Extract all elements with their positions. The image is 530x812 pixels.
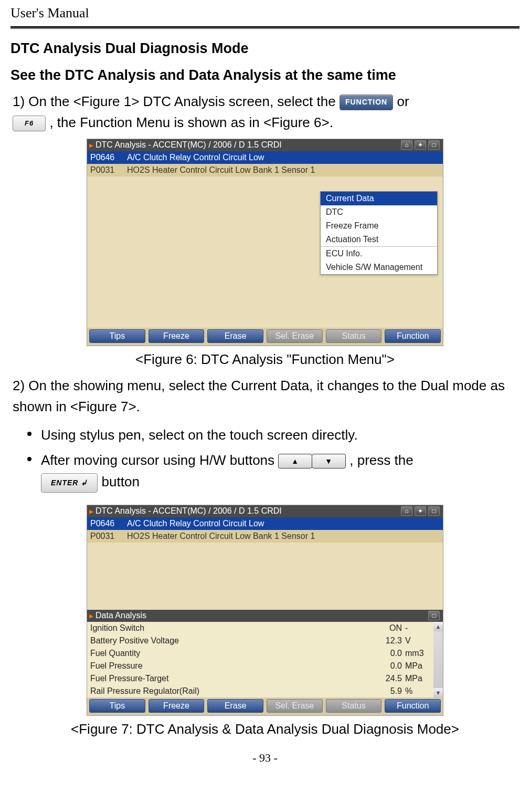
freeze-button[interactable]: Freeze xyxy=(149,329,205,343)
list-item[interactable]: Fuel Pressure-Target24.5MPa xyxy=(87,672,433,685)
panel2-body xyxy=(87,543,443,610)
function-button-bottom[interactable]: Function xyxy=(385,699,441,713)
panel1-body: Current Data DTC Freeze Frame Actuation … xyxy=(87,176,443,328)
menu-item-current-data[interactable]: Current Data xyxy=(321,192,437,205)
freeze-button[interactable]: Freeze xyxy=(149,699,205,713)
titlebar-max-icon[interactable]: □ xyxy=(428,611,440,620)
table-row[interactable]: P0646 A/C Clutch Relay Control Circuit L… xyxy=(87,517,443,530)
dtc-code: P0031 xyxy=(90,532,127,541)
step-1-tail: , the Function Menu is shown as in <Figu… xyxy=(49,114,333,130)
panel2-bottombar: Tips Freeze Erase Sel. Erase Status Func… xyxy=(87,698,443,715)
erase-button[interactable]: Erase xyxy=(207,329,263,343)
list-item[interactable]: Rail Pressure Regulator(Rail)5.9% xyxy=(87,685,433,698)
titlebar-camera-icon[interactable]: ✦ xyxy=(415,506,426,516)
list-item[interactable]: Fuel Pressure0.0MPa xyxy=(87,660,433,672)
table-row[interactable]: P0646 A/C Clutch Relay Control Circuit L… xyxy=(87,151,443,164)
titlebar-max-icon[interactable]: □ xyxy=(428,506,440,516)
step-2-text: On the showing menu, select the Current … xyxy=(13,378,505,414)
tips-button[interactable]: Tips xyxy=(89,329,145,343)
titlebar-home-icon[interactable]: ⌂ xyxy=(401,506,412,516)
step-1-pre: On the <Figure 1> DTC Analysis screen, s… xyxy=(28,93,340,109)
tips-button[interactable]: Tips xyxy=(89,699,145,713)
menu-item-dtc[interactable]: DTC xyxy=(321,205,437,219)
dtc-code: P0646 xyxy=(90,519,127,528)
page-header: User's Manual xyxy=(10,5,520,24)
panel1-bottombar: Tips Freeze Erase Sel. Erase Status Func… xyxy=(87,328,443,346)
bullet-list: Using stylus pen, select on the touch sc… xyxy=(25,424,520,493)
dtc-code: P0031 xyxy=(90,165,127,175)
scrollbar[interactable]: ▲ ▼ xyxy=(433,622,443,698)
dtc-desc: A/C Clutch Relay Control Circuit Low xyxy=(127,519,264,528)
table-row[interactable]: P0031 HO2S Heater Control Circuit Low Ba… xyxy=(87,164,443,176)
up-arrow-button[interactable]: ▲ xyxy=(278,454,312,469)
titlebar-marker-icon: ▸ xyxy=(89,611,93,621)
panel1-title: DTC Analysis - ACCENT(MC) / 2006 / D 1.5… xyxy=(96,140,282,150)
sel-erase-button[interactable]: Sel. Erase xyxy=(267,699,323,713)
step-1-post: or xyxy=(397,93,409,109)
bullet-2-c: button xyxy=(102,474,140,490)
f6-key[interactable]: F6 xyxy=(13,116,46,131)
titlebar-max-icon[interactable]: □ xyxy=(428,140,440,150)
scroll-down-icon[interactable]: ▼ xyxy=(433,688,443,698)
section-title: DTC Analysis Dual Diagnosis Mode xyxy=(10,40,520,57)
panel-dtc-data: ▸ DTC Analysis - ACCENT(MC) / 2006 / D 1… xyxy=(87,505,443,716)
menu-item-actuation-test[interactable]: Actuation Test xyxy=(321,233,437,246)
down-arrow-button[interactable]: ▼ xyxy=(312,454,346,469)
titlebar-camera-icon[interactable]: ✦ xyxy=(415,140,426,150)
function-menu: Current Data DTC Freeze Frame Actuation … xyxy=(320,191,438,275)
data-analysis-wrap: Ignition SwitchON- Battery Positive Volt… xyxy=(87,622,443,698)
function-button-bottom[interactable]: Function xyxy=(385,329,441,343)
titlebar-marker-icon: ▸ xyxy=(89,506,93,516)
panel2-titlebar: ▸ DTC Analysis - ACCENT(MC) / 2006 / D 1… xyxy=(87,505,443,517)
list-item[interactable]: Fuel Quantity0.0mm3 xyxy=(87,647,433,660)
sub-title: See the DTC Analysis and Data Analysis a… xyxy=(10,67,520,84)
function-button[interactable]: FUNCTION xyxy=(340,95,393,110)
bullet-2-b: , press the xyxy=(349,452,413,468)
list-item[interactable]: Battery Positive Voltage12.3V xyxy=(87,634,433,647)
page-number: - 93 - xyxy=(10,751,520,765)
sel-erase-button[interactable]: Sel. Erase xyxy=(267,329,323,343)
panel1-titlebar: ▸ DTC Analysis - ACCENT(MC) / 2006 / D 1… xyxy=(87,139,443,151)
panel-dtc-menu: ▸ DTC Analysis - ACCENT(MC) / 2006 / D 1… xyxy=(87,139,443,346)
bullet-hw-buttons: After moving cursor using H/W buttons ▲▼… xyxy=(25,450,520,493)
data-analysis-titlebar: ▸ Data Analysis □ xyxy=(87,610,443,622)
dtc-desc: HO2S Heater Control Circuit Low Bank 1 S… xyxy=(127,165,315,175)
menu-item-vehicle-sw[interactable]: Vehicle S/W Management xyxy=(321,261,437,274)
figure-6-caption: <Figure 6: DTC Analysis "Function Menu"> xyxy=(10,351,520,368)
menu-item-freeze-frame[interactable]: Freeze Frame xyxy=(321,219,437,233)
dtc-code: P0646 xyxy=(90,153,127,162)
scroll-up-icon[interactable]: ▲ xyxy=(433,622,443,631)
titlebar-marker-icon: ▸ xyxy=(89,140,93,150)
dtc-desc: HO2S Heater Control Circuit Low Bank 1 S… xyxy=(127,532,315,541)
data-analysis-title: Data Analysis xyxy=(96,611,146,620)
bullet-stylus: Using stylus pen, select on the touch sc… xyxy=(25,424,520,446)
status-button[interactable]: Status xyxy=(326,329,382,343)
step-2: 2) On the showing menu, select the Curre… xyxy=(13,375,520,418)
bullet-2-a: After moving cursor using H/W buttons xyxy=(41,452,278,468)
list-item[interactable]: Ignition SwitchON- xyxy=(87,622,433,634)
step-2-num: 2) xyxy=(13,378,25,393)
dtc-desc: A/C Clutch Relay Control Circuit Low xyxy=(127,153,264,162)
menu-item-ecu-info[interactable]: ECU Info. xyxy=(321,247,437,261)
status-button[interactable]: Status xyxy=(326,699,382,713)
titlebar-home-icon[interactable]: ⌂ xyxy=(401,140,412,150)
step-1: 1) On the <Figure 1> DTC Analysis screen… xyxy=(13,91,520,133)
header-rule xyxy=(10,26,520,29)
erase-button[interactable]: Erase xyxy=(207,699,263,713)
step-1-num: 1) xyxy=(13,93,25,109)
enter-button[interactable]: ENTER ↲ xyxy=(41,473,98,492)
table-row[interactable]: P0031 HO2S Heater Control Circuit Low Ba… xyxy=(87,530,443,543)
figure-7-caption: <Figure 7: DTC Analysis & Data Analysis … xyxy=(10,721,520,737)
panel2-title: DTC Analysis - ACCENT(MC) / 2006 / D 1.5… xyxy=(96,506,282,516)
